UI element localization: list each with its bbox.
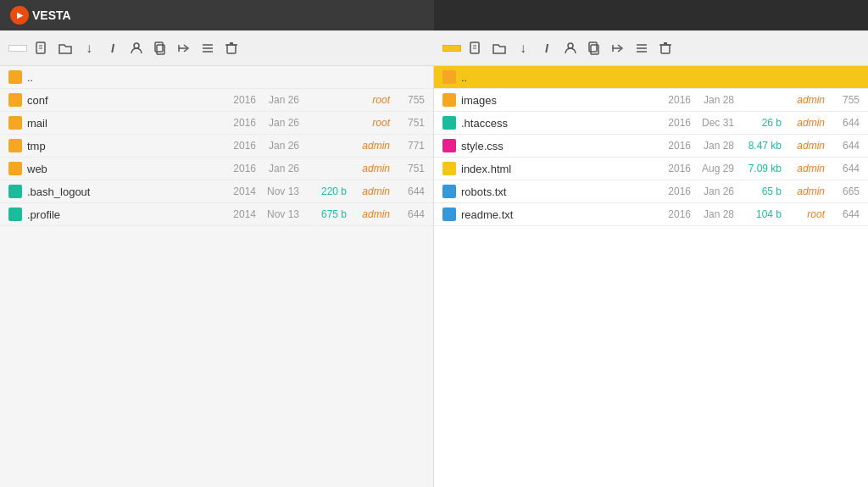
- folder-icon: [8, 70, 22, 84]
- file-perms: 665: [830, 185, 860, 197]
- folder-icon: [8, 139, 22, 152]
- left-upload-button[interactable]: [8, 45, 27, 52]
- logo: VESTA: [10, 6, 71, 25]
- list-item[interactable]: web2016Jan 26admin751: [0, 158, 433, 180]
- new-folder-icon[interactable]: [56, 39, 75, 58]
- file-date: Jan 26: [261, 140, 299, 152]
- folder-icon: [8, 116, 22, 130]
- file-owner: admin: [787, 117, 825, 129]
- copy-icon[interactable]: [151, 39, 170, 58]
- list-item[interactable]: conf2016Jan 26root755: [0, 89, 433, 112]
- file-year: 2016: [661, 208, 691, 220]
- right-header: [434, 0, 868, 30]
- file-blue-icon: [442, 185, 456, 198]
- left-header: VESTA: [0, 0, 434, 30]
- right-copy-icon[interactable]: [585, 39, 604, 58]
- right-download-icon[interactable]: ↓: [514, 39, 532, 58]
- right-move-icon[interactable]: [609, 39, 627, 58]
- file-name: .htaccess: [461, 117, 656, 130]
- file-teal-icon: [8, 208, 22, 221]
- file-perms: 771: [395, 140, 425, 152]
- file-name: images: [461, 94, 656, 107]
- file-year: 2016: [226, 163, 256, 174]
- permissions-icon[interactable]: [127, 39, 146, 58]
- file-owner: admin: [352, 163, 390, 174]
- file-name: web: [27, 163, 221, 175]
- file-date: Nov 13: [261, 185, 299, 197]
- move-icon[interactable]: [175, 39, 193, 58]
- list-item[interactable]: style.css2016Jan 288.47 kbadmin644: [434, 135, 868, 158]
- delete-icon[interactable]: [222, 39, 241, 58]
- file-perms: 755: [830, 94, 860, 106]
- right-new-folder-icon[interactable]: [490, 39, 509, 58]
- file-owner: admin: [352, 208, 390, 220]
- list-item[interactable]: images2016Jan 28admin755: [434, 89, 868, 112]
- file-owner: admin: [352, 185, 390, 197]
- file-pink-icon: [442, 139, 456, 152]
- svg-rect-9: [227, 45, 236, 53]
- file-name: tmp: [27, 140, 221, 152]
- file-perms: 755: [395, 94, 425, 106]
- file-owner: admin: [787, 163, 825, 174]
- list-item[interactable]: .htaccess2016Dec 3126 badmin644: [434, 112, 868, 135]
- new-file-icon[interactable]: [32, 39, 51, 58]
- right-upload-button[interactable]: [442, 45, 461, 52]
- parent-row[interactable]: ..: [0, 66, 433, 89]
- right-panel: ..images2016Jan 28admin755.htaccess2016D…: [434, 66, 868, 487]
- file-owner: admin: [352, 140, 390, 152]
- file-size: 65 b: [739, 185, 782, 197]
- file-year: 2016: [661, 94, 691, 106]
- list-item[interactable]: readme.txt2016Jan 28104 broot644: [434, 203, 868, 226]
- file-owner: root: [352, 117, 390, 129]
- download-icon[interactable]: ↓: [80, 39, 98, 58]
- right-select-all-icon[interactable]: [632, 39, 651, 58]
- file-perms: 644: [830, 208, 860, 220]
- list-item[interactable]: index.html2016Aug 297.09 kbadmin644: [434, 158, 868, 180]
- file-perms: 751: [395, 117, 425, 129]
- file-teal-icon: [442, 116, 456, 130]
- svg-point-15: [568, 43, 573, 48]
- folder-icon: [8, 93, 22, 107]
- panels: ..conf2016Jan 26root755mail2016Jan 26roo…: [0, 66, 868, 487]
- rename-icon[interactable]: I: [103, 39, 122, 58]
- file-perms: 644: [395, 185, 425, 197]
- list-item[interactable]: tmp2016Jan 26admin771: [0, 135, 433, 158]
- right-permissions-icon[interactable]: [561, 39, 580, 58]
- file-date: Jan 28: [696, 140, 734, 152]
- file-year: 2014: [226, 208, 256, 220]
- folder-icon: [8, 162, 22, 175]
- file-date: Jan 26: [261, 94, 299, 106]
- file-size: 104 b: [739, 208, 782, 220]
- file-blue-icon: [442, 208, 456, 221]
- file-owner: admin: [787, 94, 825, 106]
- right-delete-icon[interactable]: [656, 39, 675, 58]
- list-item[interactable]: mail2016Jan 26root751: [0, 112, 433, 135]
- parent-row[interactable]: ..: [434, 66, 868, 89]
- file-year: 2014: [226, 185, 256, 197]
- file-year: 2016: [661, 117, 691, 129]
- right-new-file-icon[interactable]: [466, 39, 485, 58]
- file-owner: admin: [787, 140, 825, 152]
- list-item[interactable]: .bash_logout2014Nov 13220 badmin644: [0, 180, 433, 203]
- file-owner: admin: [787, 185, 825, 197]
- file-date: Jan 26: [696, 185, 734, 197]
- file-date: Nov 13: [261, 208, 299, 220]
- file-year: 2016: [226, 117, 256, 129]
- logo-icon: [10, 6, 29, 25]
- file-name: ..: [27, 71, 425, 84]
- file-name: .profile: [27, 208, 221, 221]
- file-date: Dec 31: [696, 117, 734, 129]
- logo-text: VESTA: [32, 8, 71, 22]
- right-rename-icon[interactable]: I: [537, 39, 556, 58]
- select-all-icon[interactable]: [198, 39, 217, 58]
- file-perms: 644: [830, 117, 860, 129]
- list-item[interactable]: robots.txt2016Jan 2665 badmin665: [434, 180, 868, 203]
- left-toolbar: ↓ I: [0, 30, 434, 66]
- file-year: 2016: [661, 140, 691, 152]
- file-name: .bash_logout: [27, 185, 221, 198]
- folder-icon: [442, 93, 456, 107]
- list-item[interactable]: .profile2014Nov 13675 badmin644: [0, 203, 433, 226]
- file-name: index.html: [461, 163, 656, 175]
- file-yellow-icon: [442, 162, 456, 175]
- file-perms: 644: [830, 140, 860, 152]
